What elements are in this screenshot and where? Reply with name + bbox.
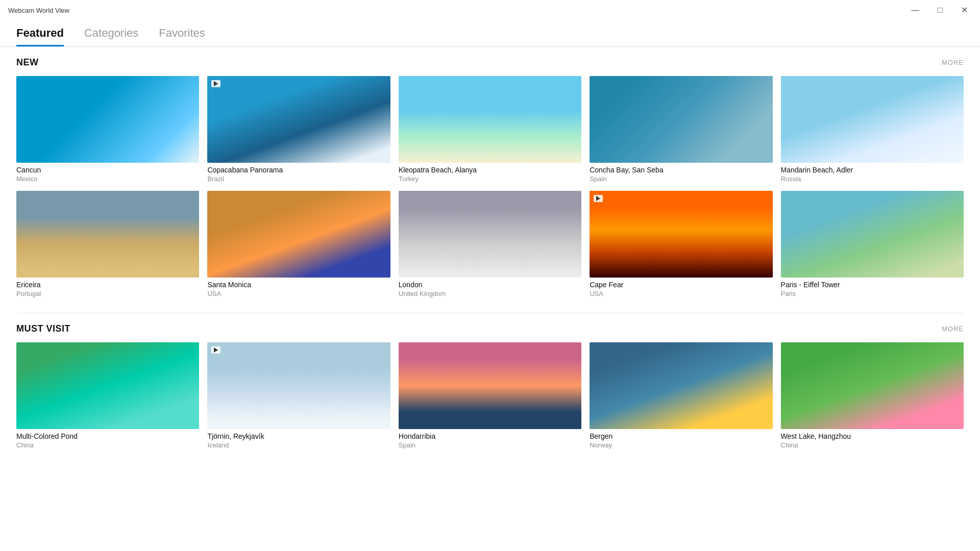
card-mandarin-thumb — [781, 76, 964, 163]
card-cancun-title: Cancun — [16, 166, 199, 174]
card-bergen-title: Bergen — [590, 432, 772, 440]
card-concha-thumb — [590, 76, 772, 163]
card-tjornin-thumb — [207, 342, 390, 429]
card-hondarribia-thumb — [399, 342, 581, 429]
card-west-lake[interactable]: West Lake, Hangzhou China — [781, 342, 964, 449]
card-tjornin[interactable]: Tjörnin, Reykjavík Iceland — [207, 342, 390, 449]
card-concha-subtitle: Spain — [590, 175, 772, 183]
card-santa-monica-thumb — [207, 191, 390, 278]
card-ericeira-subtitle: Portugal — [16, 290, 199, 297]
card-concha-title: Concha Bay, San Seba — [590, 166, 772, 174]
card-santa-monica-title: Santa Monica — [207, 281, 390, 289]
video-badge-copacabana — [211, 80, 220, 87]
card-multicolored-title: Multi-Colored Pond — [16, 432, 199, 440]
play-icon — [214, 81, 218, 86]
card-cape-fear[interactable]: Cape Fear USA — [590, 191, 772, 297]
section-new-header: NEW MORE — [16, 57, 964, 68]
section-must-visit-header: MUST VISIT MORE — [16, 323, 964, 334]
card-copacabana[interactable]: Copacabana Panorama Brazil — [207, 76, 390, 183]
card-cancun-subtitle: Mexico — [16, 175, 199, 183]
section-divider — [16, 313, 964, 313]
card-ericeira-thumb — [16, 191, 199, 278]
card-multicolored[interactable]: Multi-Colored Pond China — [16, 342, 199, 449]
card-bergen-subtitle: Norway — [590, 441, 772, 449]
play-icon-2 — [596, 196, 600, 201]
card-paris-title: Paris - Eiffel Tower — [781, 281, 964, 289]
card-west-lake-thumb — [781, 342, 964, 429]
play-icon-3 — [214, 347, 218, 353]
card-bergen-thumb — [590, 342, 772, 429]
card-west-lake-subtitle: China — [781, 441, 964, 449]
card-hondarribia[interactable]: Hondarribia Spain — [399, 342, 581, 449]
card-cape-fear-thumb — [590, 191, 772, 278]
card-mandarin[interactable]: Mandarin Beach, Adler Russia — [781, 76, 964, 183]
card-hondarribia-subtitle: Spain — [399, 441, 581, 449]
card-paris[interactable]: Paris - Eiffel Tower Paris — [781, 191, 964, 297]
card-kleopatra-subtitle: Turkey — [399, 175, 581, 183]
section-new-more[interactable]: MORE — [942, 59, 964, 66]
card-hondarribia-title: Hondarribia — [399, 432, 581, 440]
card-copacabana-title: Copacabana Panorama — [207, 166, 390, 174]
section-new: NEW MORE Cancun Mexico Copacabana Panora… — [16, 57, 964, 297]
card-london-thumb — [399, 191, 581, 278]
card-ericeira[interactable]: Ericeira Portugal — [16, 191, 199, 297]
tab-favorites[interactable]: Favorites — [159, 20, 205, 46]
card-kleopatra-title: Kleopatra Beach, Alanya — [399, 166, 581, 174]
video-badge-tjornin — [211, 346, 220, 354]
app-title: Webcam World View — [8, 7, 69, 14]
maximize-button[interactable]: □ — [934, 4, 947, 16]
card-multicolored-thumb — [16, 342, 199, 429]
video-badge-cape-fear — [594, 195, 603, 202]
close-button[interactable]: ✕ — [957, 4, 972, 16]
card-london-subtitle: United Kingdom — [399, 290, 581, 297]
section-new-title: NEW — [16, 57, 39, 68]
card-cape-fear-title: Cape Fear — [590, 281, 772, 289]
tab-categories[interactable]: Categories — [84, 20, 138, 46]
card-bergen[interactable]: Bergen Norway — [590, 342, 772, 449]
card-copacabana-subtitle: Brazil — [207, 175, 390, 183]
section-must-visit: MUST VISIT MORE Multi-Colored Pond China… — [16, 323, 964, 449]
card-copacabana-thumb — [207, 76, 390, 163]
section-must-visit-title: MUST VISIT — [16, 323, 70, 334]
card-paris-thumb — [781, 191, 964, 278]
section-new-grid: Cancun Mexico Copacabana Panorama Brazil… — [16, 76, 964, 297]
card-cape-fear-subtitle: USA — [590, 290, 772, 297]
card-tjornin-title: Tjörnin, Reykjavík — [207, 432, 390, 440]
tab-featured[interactable]: Featured — [16, 20, 64, 46]
section-must-visit-more[interactable]: MORE — [942, 325, 964, 333]
card-ericeira-title: Ericeira — [16, 281, 199, 289]
card-santa-monica[interactable]: Santa Monica USA — [207, 191, 390, 297]
card-cancun[interactable]: Cancun Mexico — [16, 76, 199, 183]
card-mandarin-subtitle: Russia — [781, 175, 964, 183]
card-london-title: London — [399, 281, 581, 289]
card-west-lake-title: West Lake, Hangzhou — [781, 432, 964, 440]
card-tjornin-subtitle: Iceland — [207, 441, 390, 449]
main-content: NEW MORE Cancun Mexico Copacabana Panora… — [0, 47, 980, 547]
card-cancun-thumb — [16, 76, 199, 163]
card-multicolored-subtitle: China — [16, 441, 199, 449]
section-must-visit-grid: Multi-Colored Pond China Tjörnin, Reykja… — [16, 342, 964, 449]
card-paris-subtitle: Paris — [781, 290, 964, 297]
card-london[interactable]: London United Kingdom — [399, 191, 581, 297]
card-concha[interactable]: Concha Bay, San Seba Spain — [590, 76, 772, 183]
card-mandarin-title: Mandarin Beach, Adler — [781, 166, 964, 174]
title-bar: Webcam World View — □ ✕ — [0, 0, 980, 20]
card-santa-monica-subtitle: USA — [207, 290, 390, 297]
window-controls: — □ ✕ — [907, 4, 972, 16]
card-kleopatra[interactable]: Kleopatra Beach, Alanya Turkey — [399, 76, 581, 183]
card-kleopatra-thumb — [399, 76, 581, 163]
minimize-button[interactable]: — — [907, 4, 923, 16]
nav-tabs: Featured Categories Favorites — [0, 20, 980, 47]
